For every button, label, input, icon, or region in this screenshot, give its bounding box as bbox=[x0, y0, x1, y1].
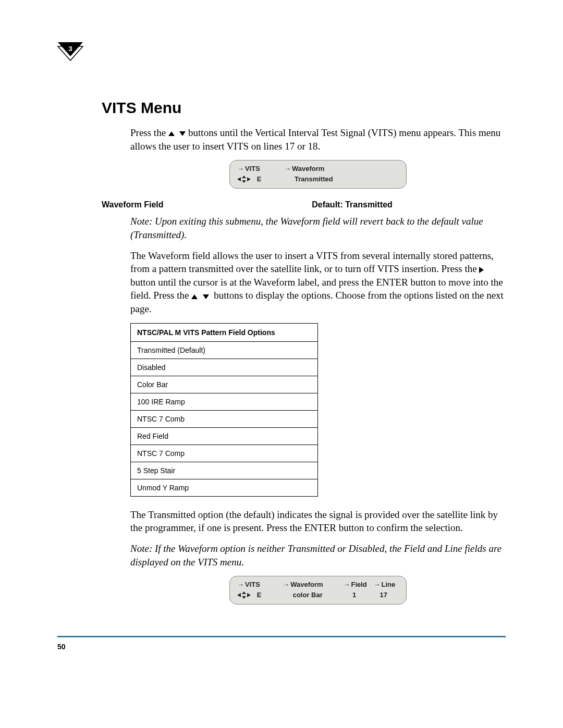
svg-marker-2 bbox=[237, 177, 241, 181]
table-row: 5 Step Stair bbox=[131, 462, 318, 479]
svg-marker-7 bbox=[242, 591, 246, 594]
table-row: Unmod Y Ramp bbox=[131, 479, 318, 496]
transmitted-paragraph: The Transmitted option (the default) ind… bbox=[130, 508, 506, 535]
field-header-left: Waveform Field bbox=[102, 200, 312, 209]
lcd2-nav-icons: E bbox=[237, 590, 283, 600]
intro-text-before: Press the bbox=[130, 127, 168, 138]
table-row: Red Field bbox=[131, 427, 318, 445]
table-row: Color Bar bbox=[131, 376, 318, 393]
svg-marker-9 bbox=[247, 593, 251, 597]
table-header: NTSC/PAL M VITS Pattern Field Options bbox=[131, 323, 318, 341]
svg-marker-8 bbox=[242, 596, 246, 599]
lcd2-enter-label: E bbox=[257, 591, 262, 599]
up-arrow-icon-2 bbox=[191, 294, 198, 299]
lcd1-field-waveform: →Waveform bbox=[284, 164, 347, 174]
footer-rule bbox=[57, 636, 506, 637]
nav-arrows-icon bbox=[237, 591, 255, 599]
chapter-badge: 3 bbox=[57, 42, 83, 68]
section-title: VITS Menu bbox=[102, 99, 506, 117]
down-arrow-icon bbox=[179, 131, 186, 136]
lcd-screen-2: →VITS →Waveform →Field →Line E color Bar… bbox=[229, 576, 407, 604]
lcd2-field-waveform: →Waveform bbox=[283, 579, 343, 590]
lcd2-value-line: 17 bbox=[373, 590, 399, 600]
note-1: Note: Upon exiting this submenu, the Wav… bbox=[130, 215, 506, 241]
lcd1-value-waveform: Transmitted bbox=[284, 174, 347, 184]
up-arrow-icon bbox=[168, 131, 175, 136]
right-arrow-icon bbox=[479, 267, 484, 273]
field-header-row: Waveform Field Default: Transmitted bbox=[130, 200, 506, 209]
down-arrow-icon-2 bbox=[203, 294, 209, 299]
lcd2-field-line: →Line bbox=[374, 579, 399, 590]
svg-marker-3 bbox=[242, 176, 246, 178]
svg-marker-5 bbox=[247, 177, 251, 181]
lcd2-field-field: →Field bbox=[343, 579, 373, 590]
svg-marker-6 bbox=[237, 593, 241, 597]
table-row: NTSC 7 Comb bbox=[131, 410, 318, 427]
table-row: NTSC 7 Comp bbox=[131, 445, 318, 462]
table-row: Transmitted (Default) bbox=[131, 341, 318, 359]
lcd1-menu: →VITS bbox=[237, 164, 284, 174]
lcd2-menu: →VITS bbox=[237, 579, 283, 590]
note-2: Note: If the Waveform option is neither … bbox=[130, 542, 506, 569]
field-header-right: Default: Transmitted bbox=[312, 200, 393, 209]
lcd1-nav-icons: E bbox=[237, 174, 284, 184]
para2-before: The Waveform field allows the user to in… bbox=[130, 250, 494, 275]
waveform-field-paragraph: The Waveform field allows the user to in… bbox=[130, 249, 506, 316]
table-row: Disabled bbox=[131, 359, 318, 376]
chapter-number: 3 bbox=[57, 45, 83, 53]
lcd2-value-field: 1 bbox=[343, 590, 373, 600]
page-number: 50 bbox=[57, 643, 506, 651]
pattern-options-table: NTSC/PAL M VITS Pattern Field Options Tr… bbox=[130, 323, 318, 497]
table-row: 100 IRE Ramp bbox=[131, 393, 318, 410]
intro-text-after: buttons until the Vertical Interval Test… bbox=[130, 127, 500, 152]
intro-paragraph: Press the buttons until the Vertical Int… bbox=[130, 126, 506, 153]
lcd2-value-waveform: color Bar bbox=[283, 590, 343, 600]
lcd1-enter-label: E bbox=[257, 175, 262, 183]
nav-arrows-icon bbox=[237, 176, 255, 183]
lcd-screen-1: →VITS →Waveform E Transmitted bbox=[229, 160, 407, 189]
svg-marker-4 bbox=[242, 180, 246, 183]
